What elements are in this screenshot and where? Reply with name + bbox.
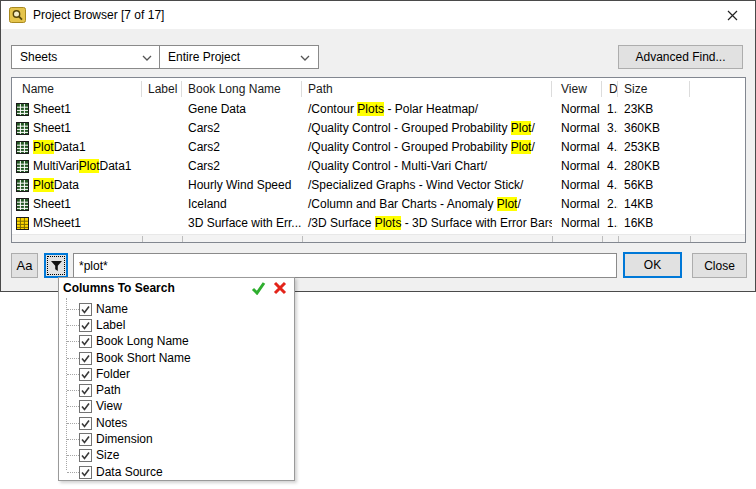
column-option-book-long-name[interactable]: Book Long Name [59,334,294,350]
filter-columns-button[interactable] [44,253,68,278]
checkbox-book-short-name[interactable] [79,352,92,365]
find-type-dropdown[interactable]: Sheets [11,45,161,69]
column-header-label[interactable]: Label [142,81,182,97]
funnel-icon [50,260,63,272]
tree-connector [67,390,79,391]
tree-connector [67,325,79,326]
columns-popup-title: Columns To Search [63,281,175,295]
column-option-path[interactable]: Path [59,382,294,398]
checkbox-checked-icon [79,384,92,397]
view-cell: Normal [552,138,602,157]
path-cell: /Quality Control - Grouped Probability P… [302,119,552,138]
column-header-path[interactable]: Path [302,81,552,97]
checkbox-label[interactable] [79,319,92,332]
checkbox-notes[interactable] [79,417,92,430]
view-cell: Normal [552,157,602,176]
column-header-dimension[interactable]: Dimension [602,81,618,97]
column-option-dimension[interactable]: Dimension [59,431,294,447]
column-header-view[interactable]: View [552,81,602,97]
tree-connector [67,423,79,424]
column-header-name[interactable]: Name [12,81,142,97]
checkbox-folder[interactable] [79,368,92,381]
close-button[interactable]: Close [692,253,747,278]
checkbox-checked-icon [79,303,92,316]
worksheet-icon [16,198,29,211]
column-option-name[interactable]: Name [59,301,294,317]
worksheet-icon [16,179,29,192]
column-option-label[interactable]: Label [59,317,294,333]
chevron-down-icon [300,50,310,64]
column-option-folder[interactable]: Folder [59,366,294,382]
dimension-cell: 4.. [602,157,618,176]
column-option-notes[interactable]: Notes [59,415,294,431]
window-close-button[interactable] [710,1,755,29]
checkbox-name[interactable] [79,303,92,316]
view-cell: Normal [552,214,602,233]
column-boundary-tick [302,236,303,242]
checkbox-view[interactable] [79,400,92,413]
cancel-button[interactable] [273,281,287,295]
column-header-blank[interactable] [690,81,745,97]
horizontal-scrollbar[interactable] [12,234,745,242]
sheet-name: PlotData1 [33,138,86,157]
path-cell: /Quality Control - Grouped Probability P… [302,138,552,157]
table-row[interactable]: MultiVariPlotData1Cars2/Quality Control … [12,157,745,176]
size-cell: 360KB [618,119,690,138]
column-boundary-tick [602,236,603,242]
green-check-icon [251,281,266,295]
match-case-button[interactable]: Aa [11,253,38,278]
table-row[interactable]: MSheet13D Surface with Err.../3D Surface… [12,214,745,233]
name-cell: Sheet1 [12,195,142,214]
table-row[interactable]: PlotDataHourly Wind Speed/Specialized Gr… [12,176,745,195]
table-row[interactable]: Sheet1Cars2/Quality Control - Grouped Pr… [12,119,745,138]
sheet-name: Sheet1 [33,195,71,214]
size-cell: 56KB [618,176,690,195]
tree-connector [67,455,79,456]
table-row[interactable]: PlotData1Cars2/Quality Control - Grouped… [12,138,745,157]
book-long-name-cell: Iceland [182,195,302,214]
path-cell: /Column and Bar Charts - Anomaly Plot/ [302,195,552,214]
matrix-sheet-icon [16,217,29,230]
size-cell: 23KB [618,100,690,119]
table-header-row: NameLabelBook Long NamePathViewDimension… [12,78,745,100]
tree-connector [67,439,79,440]
tree-connector [67,341,79,342]
search-input[interactable] [73,253,617,278]
column-header-size[interactable]: Size [618,81,690,97]
table-row[interactable]: Sheet1Gene Data/Contour Plots - Polar He… [12,100,745,119]
column-option-book-short-name[interactable]: Book Short Name [59,350,294,366]
red-cross-icon [273,281,287,295]
name-cell: PlotData1 [12,138,142,157]
column-option-view[interactable]: View [59,399,294,415]
sheet-name: MSheet1 [33,214,81,233]
worksheet-icon [16,122,29,135]
columns-to-search-popup: Columns To Search NameLabelBook Long Nam… [58,277,295,481]
checkbox-book-long-name[interactable] [79,335,92,348]
checkbox-path[interactable] [79,384,92,397]
advanced-find-button[interactable]: Advanced Find... [618,45,743,69]
sheet-name: Sheet1 [33,119,71,138]
apply-button[interactable] [251,281,266,295]
checkbox-dimension[interactable] [79,433,92,446]
dimension-cell: 3.. [602,119,618,138]
checkbox-data-source[interactable] [79,466,92,479]
column-header-book-long-name[interactable]: Book Long Name [182,81,302,97]
columns-checkbox-list: NameLabelBook Long NameBook Short NameFo… [59,298,294,480]
column-option-label: Book Short Name [96,352,191,365]
tree-connector [67,374,79,375]
columns-popup-header: Columns To Search [59,278,294,298]
path-cell: /Specialized Graphs - Wind Vector Stick/ [302,176,552,195]
column-option-label: Book Long Name [96,335,189,348]
checkbox-size[interactable] [79,449,92,462]
size-cell: 14KB [618,195,690,214]
table-row[interactable]: Sheet1Iceland/Column and Bar Charts - An… [12,195,745,214]
book-long-name-cell: Hourly Wind Speed [182,176,302,195]
sheet-name: PlotData [33,176,79,195]
search-range-dropdown[interactable]: Entire Project [159,45,319,69]
column-option-label: Data Source [96,466,163,479]
column-option-label: Size [96,449,119,462]
column-option-size[interactable]: Size [59,448,294,464]
column-option-data-source[interactable]: Data Source [59,464,294,480]
ok-button[interactable]: OK [623,252,682,278]
column-boundary-tick [182,236,183,242]
